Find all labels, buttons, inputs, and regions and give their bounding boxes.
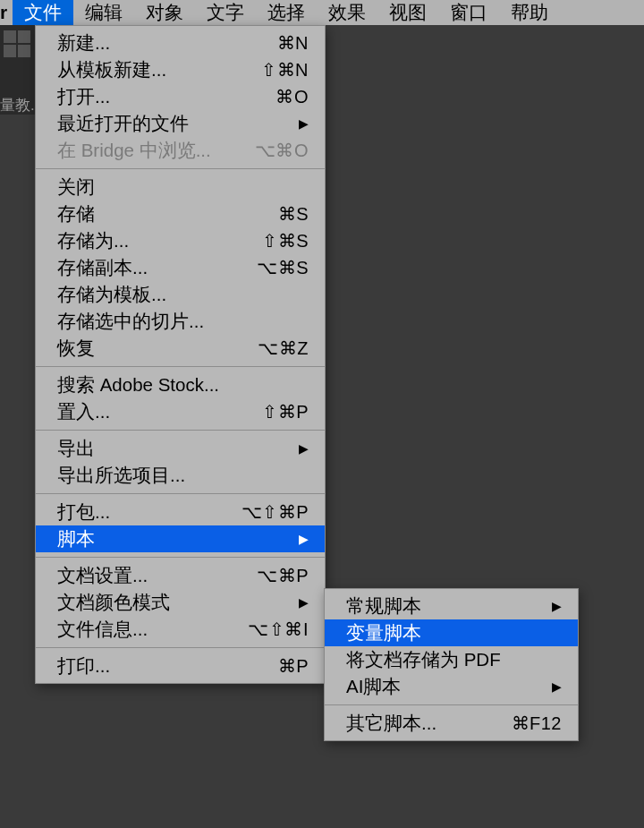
script-submenu: 常规脚本▶变量脚本将文档存储为 PDFAI脚本▶其它脚本...⌘F12: [324, 588, 579, 741]
menu-item-label: 打开...: [57, 84, 110, 109]
script-submenu-item[interactable]: 将文档存储为 PDF: [325, 646, 578, 673]
file-menu-item[interactable]: 从模板新建...⇧⌘N: [36, 56, 325, 83]
menu-item-shortcut: ⌘O: [275, 86, 309, 107]
script-submenu-item[interactable]: 其它脚本...⌘F12: [325, 710, 578, 737]
menu-separator: [36, 430, 325, 431]
menu-file[interactable]: 文件: [13, 0, 73, 25]
menu-item-label: 存储为模板...: [57, 282, 166, 307]
file-menu-item[interactable]: 存储选中的切片...: [36, 308, 325, 335]
file-menu-item[interactable]: 文件信息...⌥⇧⌘I: [36, 616, 325, 643]
menu-item-label: 在 Bridge 中浏览...: [57, 138, 211, 163]
menu-item-label: 存储为...: [57, 228, 129, 253]
menu-item-label: 文档颜色模式: [57, 590, 170, 615]
menu-item-shortcut: ⇧⌘P: [262, 401, 309, 423]
menu-item-label: 文件信息...: [57, 617, 148, 642]
menu-separator: [36, 557, 325, 558]
menu-item-shortcut: ⌘F12: [512, 713, 562, 734]
menu-item-label: 打包...: [57, 499, 110, 525]
file-menu-item[interactable]: 文档设置...⌥⌘P: [36, 562, 325, 589]
file-menu-item[interactable]: 打印...⌘P: [36, 653, 325, 679]
script-submenu-item[interactable]: 变量脚本: [325, 619, 578, 646]
file-menu-item[interactable]: 存储为模板...: [36, 281, 325, 308]
script-submenu-item[interactable]: 常规脚本▶: [325, 593, 578, 619]
menu-item-shortcut: ⌘P: [278, 655, 309, 677]
file-menu-item[interactable]: 导出▶: [36, 435, 325, 462]
menu-item-label: 关闭: [57, 175, 95, 200]
menu-object[interactable]: 对象: [134, 0, 195, 25]
submenu-arrow-icon: ▶: [299, 441, 309, 456]
menu-item-label: 文档设置...: [57, 563, 148, 588]
sidebar-hint: 量教.: [0, 95, 35, 115]
menu-window[interactable]: 窗口: [438, 0, 499, 25]
menu-separator: [36, 647, 325, 648]
script-submenu-item[interactable]: AI脚本▶: [325, 673, 578, 700]
menu-item-label: 常规脚本: [346, 593, 421, 619]
file-menu-item[interactable]: 脚本▶: [36, 525, 325, 552]
menu-item-shortcut: ⌥⌘O: [255, 140, 309, 161]
file-menu-item[interactable]: 打开...⌘O: [36, 83, 325, 110]
menu-item-label: 变量脚本: [346, 620, 421, 645]
file-menu-item[interactable]: 新建...⌘N: [36, 30, 325, 56]
menu-item-label: 导出所选项目...: [57, 463, 185, 488]
menu-item-label: 将文档存储为 PDF: [346, 647, 501, 672]
menu-item-shortcut: ⌥⌘S: [257, 257, 309, 278]
menu-item-label: 存储副本...: [57, 255, 148, 280]
file-menu-item[interactable]: 关闭: [36, 174, 325, 201]
menu-separator: [36, 168, 325, 169]
menu-effect[interactable]: 效果: [317, 0, 377, 25]
menu-type[interactable]: 文字: [195, 0, 256, 25]
submenu-arrow-icon: ▶: [552, 599, 562, 613]
menu-item-shortcut: ⌥⌘Z: [258, 337, 309, 359]
menu-edit[interactable]: 编辑: [73, 0, 134, 25]
menu-item-shortcut: ⇧⌘S: [262, 230, 309, 252]
file-menu-item[interactable]: 文档颜色模式▶: [36, 589, 325, 616]
menu-item-shortcut: ⌘N: [277, 32, 309, 54]
menu-item-label: 存储选中的切片...: [57, 309, 204, 334]
submenu-arrow-icon: ▶: [299, 595, 309, 610]
file-menu-item[interactable]: 存储⌘S: [36, 201, 325, 227]
menu-view[interactable]: 视图: [377, 0, 438, 25]
menu-select[interactable]: 选择: [256, 0, 317, 25]
menu-item-label: 脚本: [57, 526, 95, 551]
file-menu-item[interactable]: 恢复⌥⌘Z: [36, 335, 325, 362]
file-menu-item[interactable]: 存储副本...⌥⌘S: [36, 254, 325, 281]
menu-item-label: 置入...: [57, 399, 110, 424]
menu-item-shortcut: ⌥⌘P: [257, 565, 309, 586]
menu-item-shortcut: ⌘S: [278, 203, 309, 225]
file-menu-item[interactable]: 置入...⇧⌘P: [36, 398, 325, 425]
menu-separator: [325, 704, 578, 705]
menu-item-label: 存储: [57, 201, 95, 226]
file-menu-item[interactable]: 最近打开的文件▶: [36, 110, 325, 137]
menu-item-shortcut: ⌥⇧⌘I: [248, 619, 309, 640]
menubar: r 文件 编辑 对象 文字 选择 效果 视图 窗口 帮助: [0, 0, 644, 25]
menu-item-shortcut: ⌥⇧⌘P: [242, 501, 309, 523]
file-menu-item[interactable]: 搜索 Adobe Stock...: [36, 371, 325, 398]
menu-item-label: 导出: [57, 436, 95, 461]
submenu-arrow-icon: ▶: [299, 532, 309, 546]
menu-item-label: 新建...: [57, 30, 110, 55]
menu-item-label: AI脚本: [346, 674, 401, 699]
menu-item-label: 搜索 Adobe Stock...: [57, 372, 219, 397]
file-menu-item[interactable]: 存储为...⇧⌘S: [36, 227, 325, 254]
menu-separator: [36, 366, 325, 367]
menu-item-label: 恢复: [57, 336, 95, 361]
menu-item-label: 打印...: [57, 653, 110, 679]
panel-grid-icon[interactable]: [4, 30, 30, 57]
file-menu-item: 在 Bridge 中浏览...⌥⌘O: [36, 137, 325, 164]
menu-item-label: 其它脚本...: [346, 711, 436, 736]
app-label: r: [0, 0, 13, 25]
menu-item-shortcut: ⇧⌘N: [261, 59, 309, 81]
menu-item-label: 从模板新建...: [57, 57, 166, 82]
file-menu-item[interactable]: 导出所选项目...: [36, 462, 325, 489]
file-menu-item[interactable]: 打包...⌥⇧⌘P: [36, 499, 325, 525]
file-menu-dropdown: 新建...⌘N从模板新建...⇧⌘N打开...⌘O最近打开的文件▶在 Bridg…: [35, 25, 326, 684]
menu-separator: [36, 493, 325, 494]
submenu-arrow-icon: ▶: [552, 679, 562, 694]
menu-item-label: 最近打开的文件: [57, 111, 189, 136]
submenu-arrow-icon: ▶: [299, 116, 309, 131]
menu-help[interactable]: 帮助: [499, 0, 560, 25]
